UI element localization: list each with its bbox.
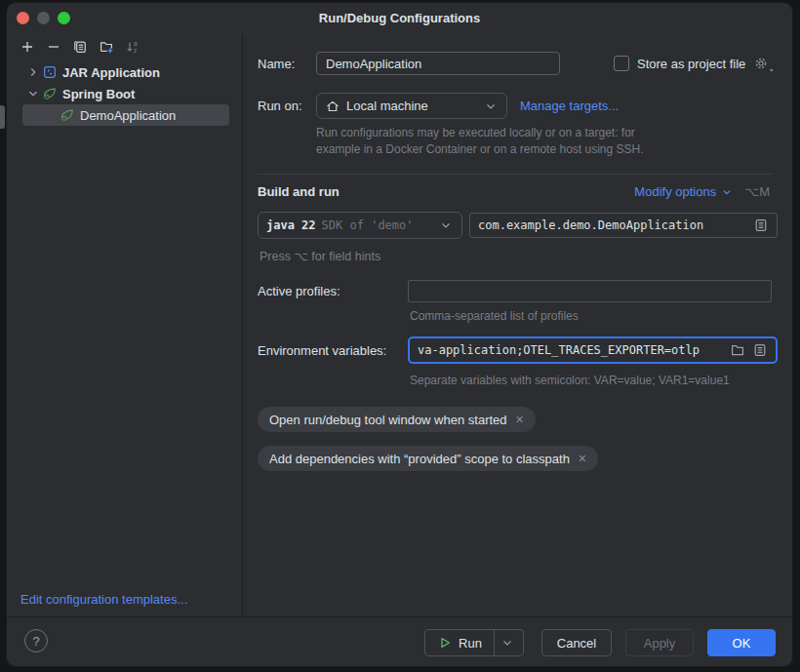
store-as-project-file-checkbox[interactable] bbox=[614, 56, 629, 71]
help-button[interactable]: ? bbox=[24, 629, 48, 652]
expand-field-button[interactable] bbox=[753, 217, 769, 233]
ok-button-label: OK bbox=[733, 636, 751, 651]
chevron-down-icon bbox=[438, 217, 454, 233]
dialog-title: Run/Debug Configurations bbox=[7, 11, 792, 25]
copy-configuration-button[interactable] bbox=[71, 38, 89, 56]
background-window-edge bbox=[0, 105, 5, 129]
tree-item-jar-application[interactable]: JAR Application bbox=[24, 61, 160, 83]
list-icon bbox=[752, 342, 768, 358]
modify-options-link[interactable]: Modify options bbox=[634, 184, 716, 199]
new-folder-button[interactable] bbox=[98, 38, 115, 56]
option-tag-open-tool-window: Open run/debug tool window when started … bbox=[258, 407, 536, 432]
run-options-button[interactable] bbox=[495, 630, 521, 655]
build-and-run-title: Build and run bbox=[258, 184, 340, 199]
tree-item-label: JAR Application bbox=[62, 65, 160, 80]
folder-icon bbox=[730, 342, 745, 358]
store-as-project-file-label: Store as project file bbox=[637, 57, 745, 71]
run-on-value: Local machine bbox=[346, 99, 428, 113]
svg-text:z: z bbox=[134, 47, 137, 54]
environment-variables-input[interactable]: va-application;OTEL_TRACES_EXPORTER=otlp bbox=[408, 336, 778, 364]
option-tag-provided-scope: Add dependencies with “provided” scope t… bbox=[258, 446, 598, 471]
environment-variables-label: Environment variables: bbox=[258, 343, 386, 358]
main-class-value: com.example.demo.DemoApplication bbox=[478, 218, 703, 232]
sort-configurations-button[interactable]: a z bbox=[124, 38, 141, 56]
chevron-down-icon bbox=[500, 635, 515, 651]
jdk-select[interactable]: java 22 SDK of 'demo' bbox=[258, 212, 462, 239]
active-profiles-input[interactable] bbox=[408, 280, 772, 302]
run-on-label: Run on: bbox=[258, 99, 302, 113]
apply-button[interactable]: Apply bbox=[625, 629, 694, 656]
run-button-label: Run bbox=[459, 636, 482, 651]
minus-icon bbox=[46, 39, 61, 55]
caret-down-icon: ▾ bbox=[770, 66, 773, 73]
jar-application-icon bbox=[42, 64, 58, 80]
manage-targets-link[interactable]: Manage targets... bbox=[520, 99, 619, 113]
chevron-down-icon[interactable] bbox=[24, 86, 42, 101]
name-label: Name: bbox=[258, 57, 295, 71]
name-value: DemoApplication bbox=[326, 57, 421, 71]
close-icon[interactable]: × bbox=[516, 413, 524, 426]
expand-variables-button[interactable] bbox=[752, 342, 768, 358]
store-as-project-file-group: Store as project file ▾ bbox=[614, 52, 769, 75]
jdk-description: SDK of 'demo' bbox=[322, 218, 414, 232]
copy-icon bbox=[72, 39, 88, 55]
cancel-button-label: Cancel bbox=[557, 636, 596, 651]
sort-alphabetically-icon: a z bbox=[125, 39, 140, 55]
spring-boot-icon bbox=[60, 107, 75, 123]
environment-variables-hint: Separate variables with semicolon: VAR=v… bbox=[410, 374, 730, 387]
active-profiles-label: Active profiles: bbox=[258, 284, 340, 298]
tree-item-spring-boot[interactable]: Spring Boot bbox=[24, 83, 135, 104]
new-folder-icon bbox=[99, 39, 114, 55]
option-tag-label: Open run/debug tool window when started bbox=[269, 413, 507, 427]
name-input[interactable]: DemoApplication bbox=[316, 52, 560, 75]
edit-configuration-templates-link[interactable]: Edit configuration templates... bbox=[20, 592, 187, 607]
cancel-button[interactable]: Cancel bbox=[541, 629, 612, 656]
run-on-select[interactable]: Local machine bbox=[316, 93, 507, 119]
run-debug-configurations-dialog: Run/Debug Configurations bbox=[6, 2, 793, 667]
play-icon bbox=[437, 635, 453, 651]
tree-item-demoapplication-selected[interactable]: DemoApplication bbox=[22, 104, 229, 126]
sidebar-divider bbox=[242, 34, 243, 616]
sidebar-toolbar: a z bbox=[19, 38, 141, 56]
spring-boot-icon bbox=[42, 86, 58, 101]
active-profiles-hint: Comma-separated list of profiles bbox=[410, 309, 579, 323]
run-on-hint-line1: Run configurations may be executed local… bbox=[316, 126, 635, 139]
close-icon[interactable]: × bbox=[579, 452, 586, 465]
tree-item-label: Spring Boot bbox=[62, 87, 135, 101]
chevron-right-icon[interactable] bbox=[24, 64, 42, 80]
footer-divider bbox=[7, 616, 792, 617]
run-on-hint-line2: example in a Docker Container or on a re… bbox=[316, 142, 644, 156]
ok-button[interactable]: OK bbox=[707, 629, 776, 656]
store-options-button[interactable]: ▾ bbox=[753, 56, 769, 71]
field-hints-text: Press ⌥ for field hints bbox=[260, 249, 380, 263]
run-split-button: Run bbox=[424, 629, 524, 656]
modify-options-group: Modify options ⌥M bbox=[634, 184, 770, 199]
remove-configuration-button[interactable] bbox=[45, 38, 62, 56]
home-icon bbox=[325, 99, 340, 114]
browse-button[interactable] bbox=[730, 342, 745, 358]
add-configuration-button[interactable] bbox=[19, 38, 36, 56]
option-tag-label: Add dependencies with “provided” scope t… bbox=[269, 452, 570, 466]
list-icon bbox=[753, 217, 769, 233]
chevron-down-icon bbox=[720, 185, 734, 199]
plus-icon bbox=[20, 39, 35, 55]
question-mark-icon: ? bbox=[32, 634, 39, 649]
chevron-down-icon bbox=[483, 99, 499, 114]
section-divider bbox=[258, 174, 772, 175]
screen: Run/Debug Configurations bbox=[0, 0, 800, 672]
main-class-input[interactable]: com.example.demo.DemoApplication bbox=[469, 213, 778, 238]
tree-item-label: DemoApplication bbox=[80, 108, 176, 123]
gear-icon bbox=[753, 56, 769, 71]
run-button[interactable]: Run bbox=[427, 630, 494, 655]
jdk-value: java 22 bbox=[266, 218, 316, 232]
apply-button-label: Apply bbox=[644, 636, 676, 651]
modify-options-shortcut: ⌥M bbox=[744, 184, 770, 199]
environment-variables-value: va-application;OTEL_TRACES_EXPORTER=otlp bbox=[418, 343, 723, 357]
